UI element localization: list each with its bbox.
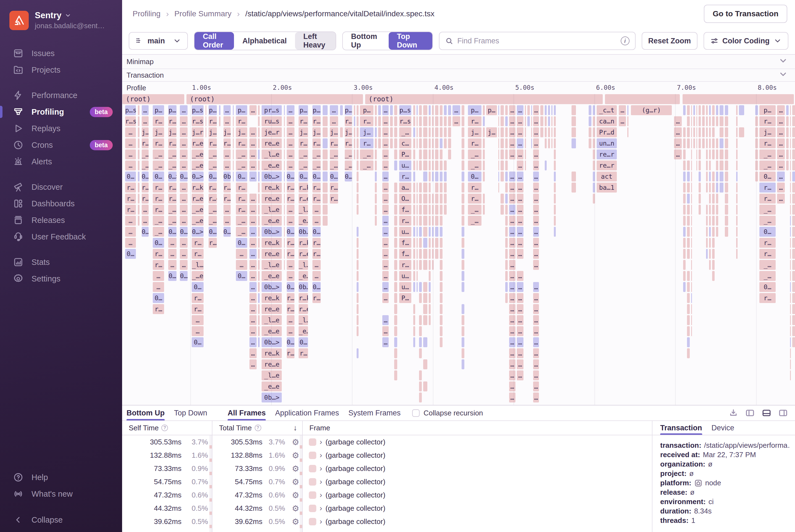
flame-cell[interactable]: [716, 227, 718, 237]
flame-cell[interactable]: …: [249, 315, 257, 325]
sidebar-collapse-button[interactable]: Collapse: [0, 512, 122, 528]
flame-cell[interactable]: [792, 116, 795, 126]
flame-cell[interactable]: [354, 105, 355, 115]
sidebar-item-stats[interactable]: Stats: [0, 254, 122, 270]
flame-cell[interactable]: [390, 105, 393, 115]
flame-cell[interactable]: re…k: [262, 293, 282, 303]
flame-cell[interactable]: [712, 249, 714, 259]
flame-cell[interactable]: …: [287, 127, 295, 137]
flame-cell[interactable]: [691, 172, 692, 182]
flame-cell[interactable]: [417, 205, 418, 215]
flame-cell[interactable]: [709, 183, 711, 192]
flame-cell[interactable]: [790, 149, 791, 159]
flame-cell[interactable]: r…: [759, 293, 776, 303]
flame-cell[interactable]: …: [509, 205, 515, 215]
flame-cell[interactable]: [138, 183, 139, 192]
flame-cell[interactable]: [448, 138, 451, 148]
flame-cell[interactable]: [375, 138, 377, 148]
flame-cell[interactable]: …: [533, 183, 539, 192]
flame-cell[interactable]: _…e: [192, 271, 204, 281]
flame-cell[interactable]: …: [517, 370, 524, 380]
flame-cell[interactable]: …: [674, 127, 682, 137]
flame-cell[interactable]: [284, 238, 285, 248]
flame-cell[interactable]: [419, 127, 422, 137]
frame-cell[interactable]: ›(garbage collector): [303, 501, 652, 515]
flame-cell[interactable]: …: [777, 105, 784, 115]
flame-cell[interactable]: …: [619, 105, 626, 115]
flame-cell[interactable]: [699, 205, 701, 215]
flame-cell[interactable]: …: [509, 216, 515, 226]
flame-cell[interactable]: [712, 105, 714, 115]
flame-cell[interactable]: [394, 138, 397, 148]
flame-cell[interactable]: [390, 116, 393, 126]
flame-cell[interactable]: [716, 216, 718, 226]
flame-cell[interactable]: [505, 282, 508, 292]
sidebar-item-projects[interactable]: Projects: [0, 62, 122, 78]
flame-cell[interactable]: j…: [759, 127, 776, 137]
flame-cell[interactable]: [429, 249, 431, 259]
flame-cell[interactable]: …: [533, 194, 539, 204]
flame-cell[interactable]: [790, 293, 791, 303]
flame-cell[interactable]: [323, 172, 328, 182]
flame-cell[interactable]: …: [125, 216, 136, 226]
flame-cell[interactable]: r…: [287, 304, 295, 314]
flame-cell[interactable]: [725, 105, 728, 115]
tab-application-frames[interactable]: Application Frames: [275, 405, 339, 420]
expand-chevron-icon[interactable]: ›: [320, 451, 322, 460]
flame-cell[interactable]: [687, 116, 690, 126]
flame-cell[interactable]: [394, 238, 397, 248]
flame-cell[interactable]: [394, 149, 397, 159]
flame-cell[interactable]: r…: [313, 116, 320, 126]
flame-cell[interactable]: r…: [153, 205, 164, 215]
flame-cell[interactable]: [687, 282, 690, 292]
flame-cell[interactable]: [357, 127, 359, 137]
flame-cell[interactable]: _…: [168, 149, 176, 159]
flame-cell[interactable]: 0…: [224, 227, 231, 237]
flame-cell[interactable]: [696, 160, 697, 170]
flame-cell[interactable]: [712, 127, 714, 137]
flame-cell[interactable]: r…: [125, 194, 136, 204]
flame-cell[interactable]: p…: [168, 105, 176, 115]
flame-cell[interactable]: …: [224, 160, 231, 170]
flame-cell[interactable]: [571, 116, 576, 126]
flame-cell[interactable]: [483, 127, 485, 137]
flame-cell[interactable]: …: [287, 160, 295, 170]
flame-cell[interactable]: r…: [168, 183, 176, 192]
flame-cell[interactable]: p…: [345, 105, 352, 115]
flame-cell[interactable]: [548, 116, 550, 126]
flame-cell[interactable]: [483, 149, 485, 159]
flame-cell[interactable]: [525, 160, 526, 170]
flame-cell[interactable]: [357, 149, 359, 159]
flame-cell[interactable]: [790, 116, 791, 126]
flame-cell[interactable]: …: [180, 216, 188, 226]
flame-cell[interactable]: [138, 205, 139, 215]
flame-cell[interactable]: 0…: [287, 227, 295, 237]
flame-cell[interactable]: 0b…>: [262, 337, 282, 347]
flame-cell[interactable]: …: [236, 249, 247, 259]
flame-cell[interactable]: [498, 116, 499, 126]
flame-cell[interactable]: …: [382, 293, 389, 303]
flame-cell[interactable]: [461, 359, 465, 369]
flame-cell[interactable]: [461, 216, 465, 226]
flame-cell[interactable]: …: [224, 216, 231, 226]
flame-cell[interactable]: …: [533, 116, 539, 126]
flame-cell[interactable]: [461, 238, 465, 248]
flame-cell[interactable]: 0…: [192, 282, 204, 292]
flame-cell[interactable]: …: [533, 172, 539, 182]
flame-cell[interactable]: [233, 116, 234, 126]
flame-cell[interactable]: [720, 149, 723, 159]
flame-cell[interactable]: [498, 127, 499, 137]
flame-cell[interactable]: [423, 127, 427, 137]
flame-cell[interactable]: …: [453, 116, 460, 126]
flame-cell[interactable]: [413, 315, 415, 325]
flame-cell[interactable]: [505, 238, 508, 248]
search-input[interactable]: [457, 37, 617, 45]
flame-cell[interactable]: [720, 127, 723, 137]
flame-cell[interactable]: [423, 160, 427, 170]
flame-cell[interactable]: [540, 116, 543, 126]
flame-cell[interactable]: [258, 304, 260, 314]
flame-cell[interactable]: _e…: [299, 326, 308, 336]
flame-cell[interactable]: …: [180, 160, 188, 170]
flame-cell[interactable]: r…: [313, 249, 320, 259]
flame-cell[interactable]: [417, 271, 418, 281]
